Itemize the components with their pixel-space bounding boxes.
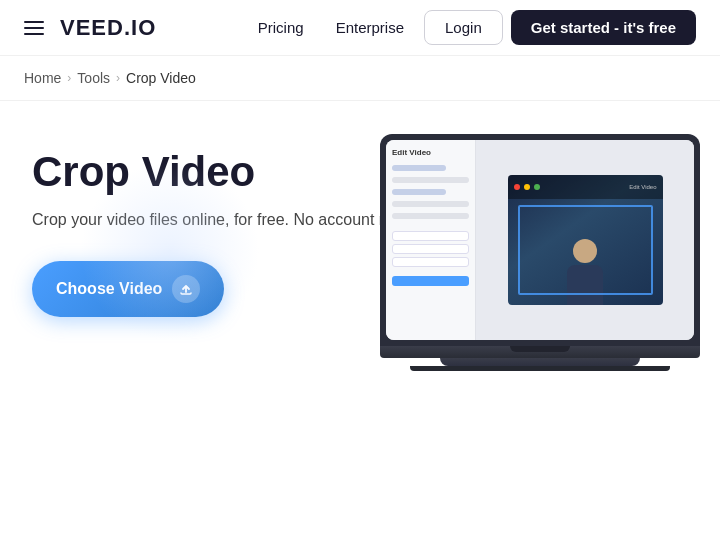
window-minimize (524, 184, 530, 190)
breadcrumb-separator-1: › (67, 71, 71, 85)
nav-pricing[interactable]: Pricing (246, 11, 316, 44)
window-maximize (534, 184, 540, 190)
laptop-screen: Edit Video (380, 134, 700, 346)
sidebar-menu-item (392, 177, 469, 183)
sidebar-button (392, 276, 469, 286)
breadcrumb-tools[interactable]: Tools (77, 70, 110, 86)
choose-video-button[interactable]: Choose Video (32, 261, 224, 317)
person-body (567, 265, 603, 305)
sidebar-menu-item (392, 165, 446, 171)
laptop-base (380, 346, 700, 358)
editor-title: Edit Video (392, 148, 469, 157)
sidebar-menu-item (392, 201, 469, 207)
breadcrumb-current: Crop Video (126, 70, 196, 86)
editor-screen: Edit Video (386, 140, 694, 340)
hamburger-icon[interactable] (24, 21, 44, 35)
video-topbar: Edit Video (508, 175, 663, 199)
sidebar-menu-item (392, 213, 469, 219)
navbar-left: VEED.IO (24, 15, 156, 41)
editor-main: Edit Video (476, 140, 694, 340)
video-label: Edit Video (629, 184, 656, 190)
laptop-foot (410, 366, 670, 371)
nav-enterprise[interactable]: Enterprise (324, 11, 416, 44)
upload-icon (172, 275, 200, 303)
navbar: VEED.IO Pricing Enterprise Login Get sta… (0, 0, 720, 56)
breadcrumb: Home › Tools › Crop Video (0, 56, 720, 101)
navbar-nav: Pricing Enterprise Login Get started - i… (246, 10, 696, 45)
laptop-hinge (510, 346, 570, 352)
laptop-mockup: Edit Video (380, 134, 700, 371)
choose-video-label: Choose Video (56, 280, 162, 298)
editor-sidebar: Edit Video (386, 140, 476, 340)
person-silhouette (567, 239, 603, 305)
sidebar-input (392, 257, 469, 267)
logo[interactable]: VEED.IO (60, 15, 156, 41)
person-head (573, 239, 597, 263)
laptop-stand (440, 358, 640, 366)
window-close (514, 184, 520, 190)
video-preview: Edit Video (508, 175, 663, 305)
sidebar-input (392, 231, 469, 241)
main-content: Crop Video Crop your video files online,… (0, 101, 720, 341)
breadcrumb-separator-2: › (116, 71, 120, 85)
breadcrumb-home[interactable]: Home (24, 70, 61, 86)
login-button[interactable]: Login (424, 10, 503, 45)
sidebar-menu-item (392, 189, 446, 195)
get-started-button[interactable]: Get started - it's free (511, 10, 696, 45)
sidebar-input (392, 244, 469, 254)
